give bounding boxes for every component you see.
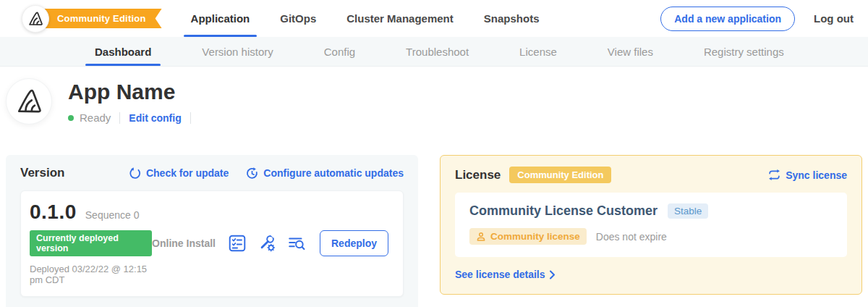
brand-logo-cluster: Community Edition xyxy=(22,5,162,33)
currently-deployed-badge: Currently deployed version xyxy=(30,230,152,256)
see-license-details-link[interactable]: See license details xyxy=(455,269,556,280)
nav-item-cluster-management[interactable]: Cluster Management xyxy=(336,0,464,37)
version-details: 0.1.0 Sequence 0 Currently deployed vers… xyxy=(30,201,152,285)
ready-status-dot xyxy=(68,115,74,121)
customer-name: Community License Customer xyxy=(469,203,658,219)
primary-nav: Application GitOps Cluster Management Sn… xyxy=(181,0,560,37)
version-card-title: Version xyxy=(20,166,64,180)
replicated-logo-icon xyxy=(27,11,43,27)
version-actions: Online Install xyxy=(152,230,388,256)
deployed-timestamp: Deployed 03/22/22 @ 12:15 pm CDT xyxy=(30,264,152,285)
divider xyxy=(119,112,120,124)
sequence-label: Sequence 0 xyxy=(85,209,140,221)
tab-dashboard[interactable]: Dashboard xyxy=(93,37,153,66)
tab-license[interactable]: License xyxy=(517,37,559,66)
tab-version-history[interactable]: Version history xyxy=(200,37,275,66)
install-type-label: Online Install xyxy=(152,237,216,249)
license-type-badge: Community license xyxy=(469,228,587,245)
sync-arrows-icon xyxy=(768,169,780,181)
customer-row: Community License Customer Stable xyxy=(469,203,833,219)
license-details-panel: Community License Customer Stable Commun… xyxy=(455,193,847,257)
divider xyxy=(190,112,191,124)
version-number: 0.1.0 xyxy=(30,201,77,224)
configure-automatic-updates-link[interactable]: Configure automatic updates xyxy=(246,167,404,180)
channel-badge: Stable xyxy=(668,203,708,219)
current-version-panel: 0.1.0 Sequence 0 Currently deployed vers… xyxy=(20,190,404,297)
license-card-header: License Community Edition Sync license xyxy=(455,167,847,183)
preflight-checks-icon[interactable] xyxy=(228,234,247,253)
app-header-text: App Name Ready Edit config xyxy=(68,78,200,124)
tab-registry-settings[interactable]: Registry settings xyxy=(702,37,786,66)
redeploy-button[interactable]: Redeploy xyxy=(320,230,388,256)
sync-license-link[interactable]: Sync license xyxy=(768,169,847,181)
topnav-right: Add a new application Log out xyxy=(660,7,854,31)
app-sub-navbar: Dashboard Version history Config Trouble… xyxy=(0,37,868,67)
view-yaml-diff-icon[interactable] xyxy=(287,234,306,253)
version-card: Version Check for update Configure au xyxy=(6,155,418,307)
nav-item-gitops[interactable]: GitOps xyxy=(270,0,326,37)
app-status-row: Ready Edit config xyxy=(68,112,200,124)
edit-config-link[interactable]: Edit config xyxy=(129,112,181,124)
license-meta-row: Community license Does not expire xyxy=(469,228,833,245)
app-avatar xyxy=(6,78,52,125)
add-new-application-button[interactable]: Add a new application xyxy=(660,7,795,31)
logout-link[interactable]: Log out xyxy=(814,12,854,25)
status-badge: Ready xyxy=(80,112,111,124)
config-wrench-icon[interactable] xyxy=(258,234,276,253)
nav-item-application[interactable]: Application xyxy=(181,0,260,37)
chevron-right-icon xyxy=(549,270,556,279)
dashboard-cards: Version Check for update Configure au xyxy=(6,155,862,307)
app-logo-icon xyxy=(15,88,43,115)
app-header: App Name Ready Edit config xyxy=(6,78,868,125)
edition-ribbon: Community Edition xyxy=(35,9,162,28)
license-card: License Community Edition Sync license C… xyxy=(440,155,862,295)
check-for-update-link[interactable]: Check for update xyxy=(129,167,229,180)
version-number-row: 0.1.0 Sequence 0 xyxy=(30,201,152,224)
person-icon xyxy=(476,232,486,242)
page-title: App Name xyxy=(68,80,200,104)
community-edition-badge: Community Edition xyxy=(509,167,611,183)
top-navbar: Community Edition Application GitOps Clu… xyxy=(0,0,868,37)
expiry-label: Does not expire xyxy=(596,231,667,243)
replicated-logo xyxy=(22,5,49,33)
license-card-title: License xyxy=(455,168,501,182)
tab-config[interactable]: Config xyxy=(322,37,357,66)
auto-update-clock-icon xyxy=(246,167,258,180)
nav-item-snapshots[interactable]: Snapshots xyxy=(474,0,550,37)
version-header-links: Check for update Configure automatic upd… xyxy=(129,167,404,180)
tab-view-files[interactable]: View files xyxy=(605,37,655,66)
version-card-header: Version Check for update Configure au xyxy=(20,166,404,180)
refresh-icon xyxy=(129,167,141,180)
tab-troubleshoot[interactable]: Troubleshoot xyxy=(404,37,471,66)
